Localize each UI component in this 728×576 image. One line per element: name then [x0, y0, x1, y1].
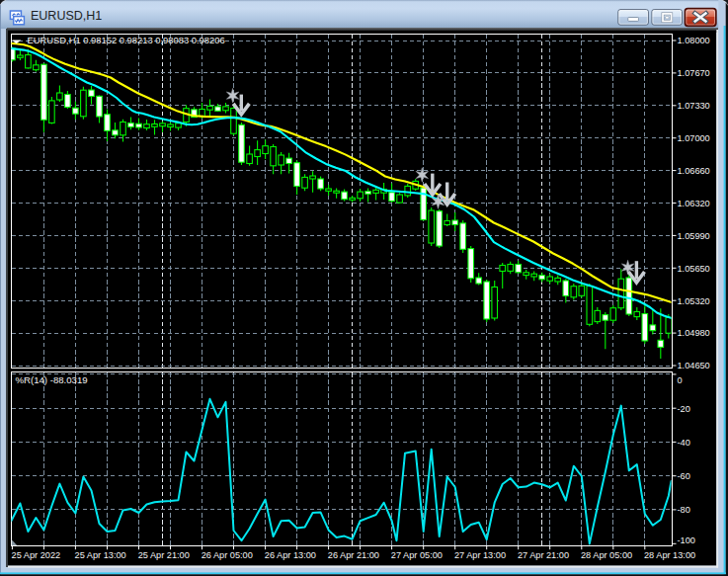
- svg-text:27 Apr 21:00: 27 Apr 21:00: [518, 550, 569, 560]
- svg-text:1.07670: 1.07670: [678, 68, 710, 78]
- svg-text:26 Apr 21:00: 26 Apr 21:00: [328, 550, 379, 560]
- svg-text:-80: -80: [678, 505, 690, 515]
- svg-text:28 Apr 13:00: 28 Apr 13:00: [644, 550, 695, 560]
- svg-text:1.05650: 1.05650: [678, 264, 710, 274]
- svg-text:1.06660: 1.06660: [678, 166, 710, 176]
- svg-text:1.07330: 1.07330: [678, 101, 710, 111]
- svg-text:26 Apr 13:00: 26 Apr 13:00: [265, 550, 316, 560]
- svg-text:25 Apr 21:00: 25 Apr 21:00: [138, 550, 190, 560]
- svg-text:26 Apr 05:00: 26 Apr 05:00: [202, 550, 253, 560]
- svg-text:27 Apr 13:00: 27 Apr 13:00: [454, 550, 506, 560]
- svg-text:1.04980: 1.04980: [678, 328, 710, 338]
- svg-text:1.05990: 1.05990: [678, 231, 710, 241]
- svg-text:25 Apr 13:00: 25 Apr 13:00: [75, 550, 126, 560]
- svg-text:%R(14) -88.0319: %R(14) -88.0319: [16, 374, 88, 385]
- svg-text:27 Apr 05:00: 27 Apr 05:00: [391, 550, 443, 560]
- svg-text:1.05320: 1.05320: [678, 296, 710, 306]
- svg-text:28 Apr 05:00: 28 Apr 05:00: [581, 550, 632, 560]
- svg-text:1.06320: 1.06320: [678, 199, 710, 208]
- svg-text:0: 0: [678, 375, 683, 385]
- svg-text:1.04650: 1.04650: [678, 361, 710, 370]
- svg-text:EURUSD,H1: EURUSD,H1: [31, 9, 102, 23]
- svg-text:-40: -40: [678, 438, 690, 448]
- svg-text:EURUSD,H1 0.98152 0.98213 0,9: EURUSD,H1 0.98152 0.98213 0,98083 0.9820…: [28, 35, 225, 45]
- svg-text:1.07000: 1.07000: [678, 133, 710, 143]
- svg-text:-20: -20: [678, 404, 690, 414]
- svg-text:1.08000: 1.08000: [678, 36, 710, 45]
- svg-text:-100: -100: [678, 535, 695, 545]
- svg-text:-60: -60: [678, 471, 690, 481]
- svg-text:25 Apr 2022: 25 Apr 2022: [12, 550, 61, 560]
